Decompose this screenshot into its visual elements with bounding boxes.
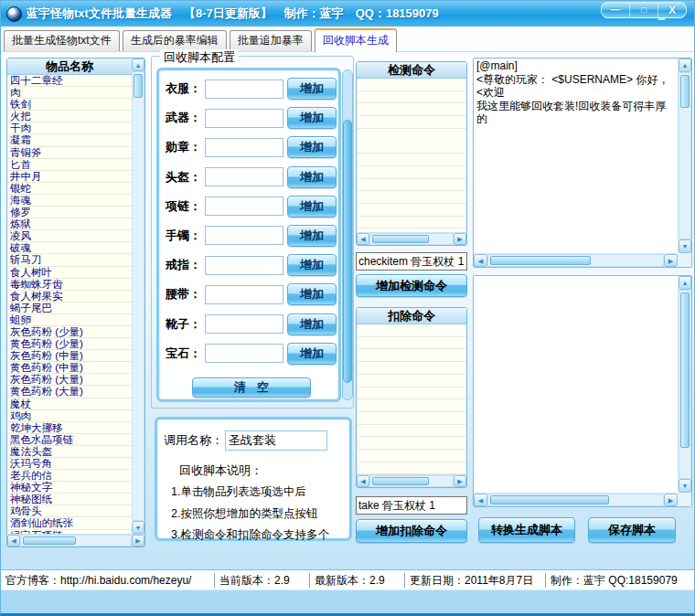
check-command-list[interactable] xyxy=(357,79,466,232)
list-item[interactable]: 破魂 xyxy=(7,242,132,254)
list-item[interactable]: 四十二章经 xyxy=(7,75,132,87)
add-check-command-button[interactable]: 增加检测命令 xyxy=(356,274,467,297)
scroll-track[interactable] xyxy=(487,494,664,506)
scroll-up-icon[interactable]: ▲ xyxy=(132,58,144,71)
scroll-track[interactable] xyxy=(679,72,691,239)
scroll-down-icon[interactable]: ▼ xyxy=(679,239,691,253)
list-item[interactable]: 干肉 xyxy=(7,122,132,134)
scroll-thumb[interactable] xyxy=(134,74,143,98)
list-item[interactable]: 匕首 xyxy=(7,159,132,171)
scroll-right-icon[interactable]: ▶ xyxy=(454,233,466,245)
generated-script-text[interactable] xyxy=(474,276,678,493)
config-row-input[interactable] xyxy=(205,344,283,363)
add-button[interactable]: 增加 xyxy=(287,254,337,276)
list-item[interactable]: 灰色药粉 (大量) xyxy=(7,374,132,386)
clear-button[interactable]: 清空 xyxy=(192,377,311,398)
list-item[interactable]: 酒剑仙的纸张 xyxy=(7,517,132,529)
list-item[interactable]: 老兵的信 xyxy=(7,470,132,482)
list-item[interactable]: 魔法头盔 xyxy=(7,446,132,458)
list-item[interactable]: 凝霜 xyxy=(7,134,132,146)
item-list[interactable]: 四十二章经 肉 铁剑 火把 干肉 凝霜 青铜斧 匕首 井中月 xyxy=(7,75,132,534)
scroll-up-icon[interactable]: ▲ xyxy=(679,276,691,290)
add-button[interactable]: 增加 xyxy=(287,283,337,305)
scroll-right-icon[interactable]: ▶ xyxy=(664,254,678,267)
list-item[interactable]: 黑色水晶项链 xyxy=(7,434,132,446)
list-item[interactable]: 斩马刀 xyxy=(7,254,132,266)
list-item[interactable]: 黄色药粉 (少量) xyxy=(7,338,132,350)
tab-batch-generate[interactable]: 批量生成怪物txt文件 xyxy=(4,30,120,51)
scroll-down-icon[interactable]: ▼ xyxy=(132,521,144,534)
config-row-input[interactable] xyxy=(205,167,283,186)
script-text[interactable]: [@main] <尊敬的玩家： <$USERNAME> 你好，<欢迎 我这里能够… xyxy=(474,58,678,253)
maximize-button[interactable]: □ xyxy=(630,3,658,17)
list-item[interactable]: 炼狱 xyxy=(7,218,132,230)
config-row-input[interactable] xyxy=(205,196,283,216)
add-button[interactable]: 增加 xyxy=(287,136,337,158)
scroll-left-icon[interactable]: ◀ xyxy=(357,475,369,487)
scroll-right-icon[interactable]: ▶ xyxy=(454,475,466,487)
list-item[interactable]: 银蛇 xyxy=(7,183,132,195)
list-item[interactable]: 鸡骨头 xyxy=(7,505,132,517)
scroll-up-icon[interactable]: ▲ xyxy=(679,58,691,72)
add-button[interactable]: 增加 xyxy=(287,78,337,100)
scroll-thumb[interactable] xyxy=(680,292,690,448)
scroll-track[interactable] xyxy=(132,71,144,521)
list-item[interactable]: 铁剑 xyxy=(7,99,132,111)
add-button[interactable]: 增加 xyxy=(287,196,337,218)
config-row-input[interactable] xyxy=(205,314,283,334)
scroll-right-icon[interactable]: ▶ xyxy=(132,535,144,547)
list-item[interactable]: 神秘文字 xyxy=(7,482,132,494)
list-item[interactable]: 海魂 xyxy=(7,195,132,207)
scroll-thumb[interactable] xyxy=(343,120,352,383)
deduct-command-list[interactable] xyxy=(357,324,466,474)
config-row-input[interactable] xyxy=(205,80,283,99)
add-button[interactable]: 增加 xyxy=(287,166,337,188)
config-row-input[interactable] xyxy=(205,285,283,304)
list-item[interactable]: 修罗 xyxy=(7,207,132,218)
save-script-button[interactable]: 保存脚本 xyxy=(588,517,676,543)
scroll-track[interactable] xyxy=(679,290,691,479)
scroll-left-icon[interactable]: ◀ xyxy=(7,535,20,547)
list-item[interactable]: 蝎子尾巴 xyxy=(7,303,132,314)
scroll-thumb[interactable] xyxy=(490,495,609,504)
config-row-input[interactable] xyxy=(205,226,283,245)
list-item[interactable]: 灰色药粉 (少量) xyxy=(7,326,132,338)
scroll-thumb[interactable] xyxy=(372,235,429,243)
scroll-track[interactable] xyxy=(487,254,664,267)
scroll-track[interactable] xyxy=(369,233,454,245)
tab-recycle-script[interactable]: 回收脚本生成 xyxy=(315,28,397,52)
list-item[interactable]: 肉 xyxy=(7,87,132,99)
list-item[interactable]: 黄色药粉 (中量) xyxy=(7,362,132,374)
add-button[interactable]: 增加 xyxy=(287,313,337,335)
scroll-left-icon[interactable]: ◀ xyxy=(357,233,369,245)
config-row-input[interactable] xyxy=(205,109,283,128)
add-button[interactable]: 增加 xyxy=(287,107,337,129)
convert-script-button[interactable]: 转换生成脚本 xyxy=(478,517,575,543)
close-button[interactable]: X xyxy=(658,3,686,17)
tab-batch-append[interactable]: 批量追加暴率 xyxy=(230,30,312,51)
tab-droprate-edit[interactable]: 生成后的暴率编辑 xyxy=(123,30,227,51)
minimize-button[interactable]: — xyxy=(602,3,630,17)
list-item[interactable]: 火把 xyxy=(7,111,132,122)
scroll-down-icon[interactable]: ▼ xyxy=(679,479,691,493)
take-command-input[interactable] xyxy=(356,496,467,515)
scroll-thumb[interactable] xyxy=(23,536,76,545)
list-item[interactable]: 食人树果实 xyxy=(7,291,132,303)
scroll-track[interactable] xyxy=(369,475,454,487)
list-item[interactable]: 青铜斧 xyxy=(7,147,132,159)
scroll-thumb[interactable] xyxy=(680,75,690,108)
scroll-left-icon[interactable]: ◀ xyxy=(474,494,487,506)
list-item[interactable]: 食人树叶 xyxy=(7,267,132,279)
list-item[interactable]: 鸡肉 xyxy=(7,410,132,422)
list-item[interactable]: 井中月 xyxy=(7,171,132,183)
config-row-input[interactable] xyxy=(205,256,283,275)
add-button[interactable]: 增加 xyxy=(287,343,337,365)
list-item[interactable]: 凌风 xyxy=(7,230,132,242)
list-item[interactable]: 沃玛号角 xyxy=(7,458,132,470)
check-command-input[interactable] xyxy=(356,252,467,271)
scroll-right-icon[interactable]: ▶ xyxy=(664,494,678,506)
scroll-thumb[interactable] xyxy=(372,477,429,485)
config-row-input[interactable] xyxy=(205,138,283,157)
add-deduct-command-button[interactable]: 增加扣除命令 xyxy=(356,519,467,543)
list-item[interactable]: 灰色药粉 (中量) xyxy=(7,350,132,362)
